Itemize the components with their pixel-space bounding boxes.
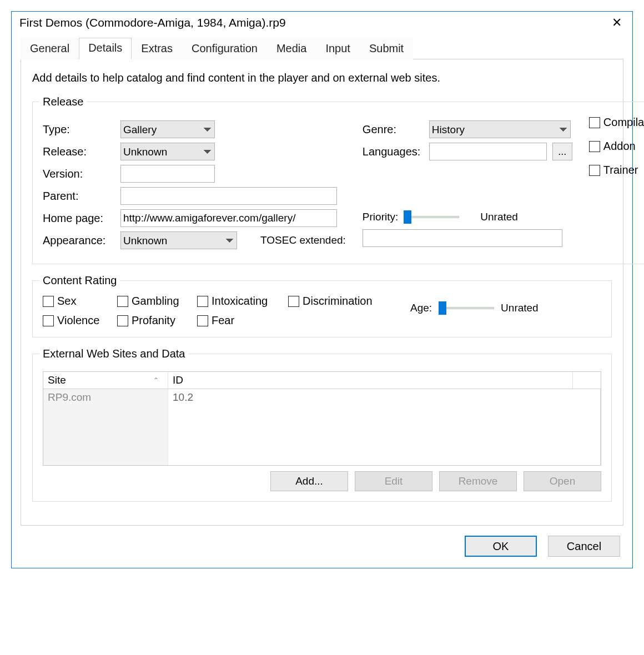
external-sites-group: External Web Sites and Data Site ⌃ ID RP…: [32, 347, 612, 502]
label-appearance: Appearance:: [43, 234, 115, 247]
content-rating-checks: Sex Gambling Intoxicating Discrimination…: [43, 295, 394, 327]
intro-text: Add details to help catalog and find con…: [32, 72, 612, 84]
release-flags: Compilation Addon Trainer: [589, 116, 644, 254]
appearance-select[interactable]: Unknown: [120, 231, 237, 249]
external-sites-buttons: Add... Edit Remove Open: [43, 471, 601, 491]
tab-submit[interactable]: Submit: [360, 38, 413, 59]
type-select[interactable]: Gallery: [120, 120, 215, 138]
cell-site: RP9.com: [43, 389, 168, 465]
sex-checkbox[interactable]: Sex: [43, 295, 115, 308]
release-select[interactable]: Unknown: [120, 143, 215, 160]
content-rating-legend: Content Rating: [39, 274, 120, 287]
external-sites-legend: External Web Sites and Data: [39, 347, 188, 360]
priority-slider[interactable]: [404, 209, 459, 225]
label-tosec: TOSEC extended:: [260, 234, 346, 246]
trainer-checkbox[interactable]: Trainer: [589, 164, 638, 177]
age-slider[interactable]: [439, 300, 494, 316]
open-button[interactable]: Open: [524, 471, 601, 491]
discrimination-checkbox[interactable]: Discrimination: [288, 295, 394, 308]
ok-button[interactable]: OK: [465, 536, 537, 557]
version-input[interactable]: [120, 165, 215, 183]
cell-id: 10.2: [168, 389, 601, 465]
addon-checkbox[interactable]: Addon: [589, 140, 636, 153]
fear-checkbox[interactable]: Fear: [197, 314, 286, 327]
label-parent: Parent:: [43, 190, 115, 203]
intoxicating-checkbox[interactable]: Intoxicating: [197, 295, 286, 308]
label-homepage: Home page:: [43, 212, 115, 225]
violence-checkbox[interactable]: Violence: [43, 314, 115, 327]
label-languages: Languages:: [363, 145, 424, 158]
tab-configuration[interactable]: Configuration: [182, 38, 267, 59]
dialog-window: First Demos (Commodore-Amiga, 1984, Amig…: [11, 11, 633, 568]
tab-media[interactable]: Media: [267, 38, 316, 59]
sort-asc-icon: ⌃: [153, 376, 159, 384]
external-sites-table: Site ⌃ ID RP9.com 10.2: [43, 371, 601, 466]
languages-browse-button[interactable]: ...: [552, 143, 572, 160]
details-panel: Add details to help catalog and find con…: [21, 59, 623, 526]
tab-strip: General Details Extras Configuration Med…: [21, 37, 623, 59]
label-priority: Priority:: [363, 211, 398, 223]
homepage-input[interactable]: [120, 209, 337, 227]
tab-input[interactable]: Input: [316, 38, 359, 59]
column-id[interactable]: ID: [168, 372, 573, 389]
tosec-input[interactable]: [363, 229, 562, 247]
genre-select[interactable]: History: [429, 120, 571, 138]
titlebar: First Demos (Commodore-Amiga, 1984, Amig…: [12, 12, 632, 33]
edit-button[interactable]: Edit: [355, 471, 432, 491]
compilation-checkbox[interactable]: Compilation: [589, 116, 644, 129]
label-release: Release:: [43, 145, 115, 158]
release-group: Release Type: Gallery Release: Unkn: [32, 95, 644, 264]
window-title: First Demos (Commodore-Amiga, 1984, Amig…: [19, 16, 286, 29]
parent-input[interactable]: [120, 187, 337, 205]
client-area: General Details Extras Configuration Med…: [12, 37, 632, 568]
tab-general[interactable]: General: [21, 38, 79, 59]
column-site[interactable]: Site ⌃: [43, 372, 168, 389]
remove-button[interactable]: Remove: [439, 471, 517, 491]
close-icon[interactable]: ✕: [609, 17, 625, 29]
content-rating-group: Content Rating Sex Gambling Intoxicating…: [32, 274, 612, 337]
tab-details[interactable]: Details: [79, 38, 132, 59]
table-row[interactable]: RP9.com 10.2: [43, 389, 601, 465]
table-header: Site ⌃ ID: [43, 372, 601, 389]
label-version: Version:: [43, 168, 115, 180]
cancel-button[interactable]: Cancel: [548, 536, 620, 557]
profanity-checkbox[interactable]: Profanity: [117, 314, 195, 327]
dialog-buttons: OK Cancel: [21, 526, 623, 559]
add-button[interactable]: Add...: [270, 471, 348, 491]
label-type: Type:: [43, 123, 115, 136]
label-age: Age:: [410, 302, 432, 314]
tab-extras[interactable]: Extras: [132, 38, 182, 59]
age-value: Unrated: [501, 302, 539, 314]
languages-input[interactable]: [429, 143, 547, 160]
release-legend: Release: [39, 95, 87, 108]
priority-value: Unrated: [480, 211, 518, 223]
label-genre: Genre:: [363, 123, 424, 136]
gambling-checkbox[interactable]: Gambling: [117, 295, 195, 308]
